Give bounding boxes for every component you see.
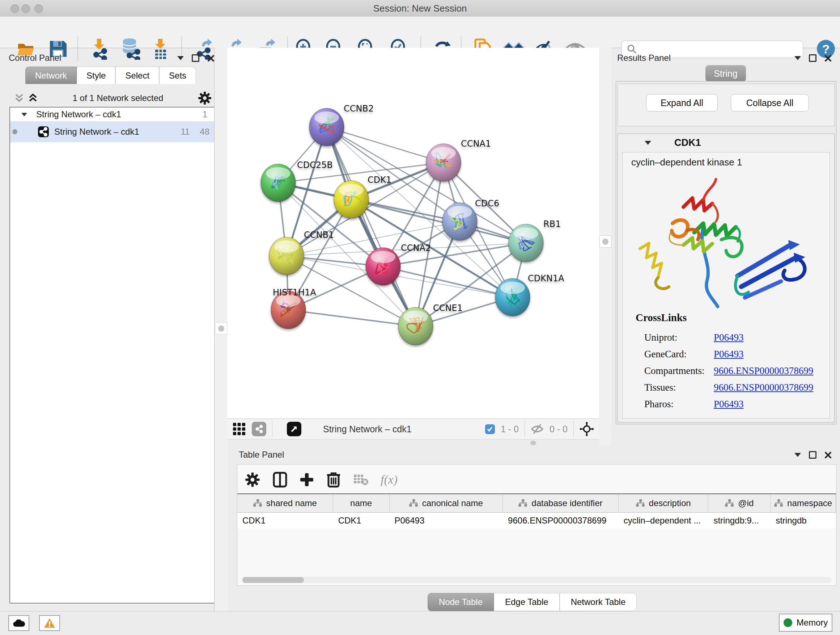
bottom-splitter-handle[interactable] — [531, 440, 536, 445]
panel-close-icon[interactable] — [824, 55, 832, 62]
tab-select[interactable]: Select — [115, 67, 159, 84]
column-header-name[interactable]: name — [333, 494, 390, 512]
tab-node-table[interactable]: Node Table — [428, 593, 494, 611]
column-header-canonical-name[interactable]: canonical name — [390, 494, 503, 512]
table-panel-tabs: Node TableEdge TableNetwork Table — [428, 593, 637, 611]
tab-edge-table[interactable]: Edge Table — [494, 593, 560, 611]
memory-button[interactable]: Memory — [779, 614, 832, 632]
table-cell[interactable]: P06493 — [389, 513, 503, 529]
network-edge-CCNB2-CCNE1[interactable] — [327, 127, 416, 326]
network-row-selected[interactable]: String Network – cdk1 11 48 — [10, 121, 215, 142]
tab-sets[interactable]: Sets — [159, 67, 196, 84]
selected-node-edge-counts: 1 - 0 — [501, 424, 519, 434]
table-cell[interactable]: CDK1 — [333, 513, 390, 529]
table-cell[interactable]: stringdb — [771, 513, 836, 529]
tab-network-table[interactable]: Network Table — [560, 593, 637, 611]
tab-network[interactable]: Network — [25, 67, 77, 84]
network-view-title: String Network – cdk1 — [323, 424, 479, 434]
scrollbar-thumb[interactable] — [242, 577, 304, 583]
control-panel-title: Control Panel — [9, 53, 61, 63]
collapse-all-button[interactable]: Collapse All — [731, 94, 809, 111]
network-node-CCNE1[interactable]: CCNE1 — [398, 303, 463, 345]
fit-content-crosshair-icon[interactable] — [579, 422, 594, 436]
table-cell[interactable]: stringdb:9... — [708, 513, 771, 529]
table-cell[interactable]: cyclin–dependent ... — [619, 513, 709, 529]
network-tree: String Network – cdk1 1 String Network –… — [9, 107, 215, 603]
network-node-CDKN1A[interactable]: CDKN1A — [495, 273, 564, 316]
tab-string[interactable]: String — [706, 65, 746, 82]
network-node-CCNB1[interactable]: CCNB1 — [269, 230, 334, 275]
network-edge-HIST1H1A-CCNE1[interactable] — [288, 310, 416, 326]
network-node-CCNA1[interactable]: CCNA1 — [426, 139, 491, 181]
import-table-file-icon[interactable] — [149, 37, 172, 60]
crosslink-label: Pharos: — [644, 399, 714, 410]
node-label: CCNE1 — [433, 303, 463, 313]
crosslink-link[interactable]: P06493 — [714, 332, 744, 343]
column-header-description[interactable]: description — [619, 494, 709, 512]
network-node-HIST1H1A[interactable]: HIST1H1A — [271, 287, 317, 329]
warnings-button[interactable] — [39, 615, 60, 631]
table-horizontal-scrollbar[interactable] — [242, 577, 831, 583]
network-edge-CCNA2-CDKN1A[interactable] — [383, 266, 513, 297]
table-cell[interactable]: CDK1 — [237, 513, 333, 529]
network-selection-bar: 1 of 1 Network selected — [9, 90, 216, 106]
grid-view-icon[interactable] — [232, 422, 246, 436]
crosslink-row: Pharos:P06493 — [622, 396, 829, 412]
panel-float-icon[interactable] — [809, 451, 816, 459]
selected-indicator-checkbox[interactable] — [485, 424, 495, 434]
panel-menu-icon[interactable] — [177, 56, 184, 60]
network-node-CCNB2[interactable]: CCNB2 — [309, 103, 374, 146]
panel-float-icon[interactable] — [192, 54, 199, 62]
right-splitter-handle[interactable] — [600, 235, 611, 248]
section-collapse-icon[interactable] — [645, 141, 651, 145]
crosslink-link[interactable]: P06493 — [714, 399, 744, 410]
panel-close-icon[interactable] — [207, 55, 215, 62]
panel-menu-icon[interactable] — [794, 56, 801, 60]
crosslink-link[interactable]: P06493 — [714, 348, 744, 360]
panel-float-icon[interactable] — [809, 54, 816, 62]
import-network-database-icon[interactable] — [119, 37, 142, 60]
crosslink-row: GeneCard:P06493 — [622, 346, 829, 363]
column-header-database-identifier[interactable]: database identifier — [503, 494, 619, 512]
left-splitter-handle[interactable] — [215, 322, 227, 334]
table-options-gear-icon[interactable] — [245, 472, 261, 488]
column-header-namespace[interactable]: namespace — [771, 494, 836, 512]
network-node-RB1[interactable]: RB1 — [508, 219, 561, 262]
network-canvas[interactable]: CCNB2CCNA1CDC25BCDK1CDC6RB1CCNB1CCNA2CDK… — [227, 48, 599, 418]
toolbar-separator — [573, 421, 574, 437]
function-builder-icon[interactable]: f(x) — [381, 473, 398, 486]
crosslink-link[interactable]: 9606.ENSP00000378699 — [714, 365, 813, 377]
control-panel-tabs: NetworkStyleSelectSets — [25, 67, 196, 84]
column-type-icon — [636, 499, 645, 507]
crosslink-link[interactable]: 9606.ENSP00000378699 — [714, 382, 813, 393]
table-cell[interactable]: 9606.ENSP00000378699 — [503, 513, 619, 529]
show-columns-icon[interactable] — [273, 472, 287, 488]
column-header-shared-name[interactable]: shared name — [237, 494, 333, 512]
expand-all-chevron-icon[interactable] — [27, 93, 38, 103]
panel-menu-icon[interactable] — [794, 453, 801, 457]
current-network-dot-icon — [12, 129, 17, 134]
network-edge-CCNB2-CCNA1[interactable] — [327, 127, 444, 163]
network-node-count: 11 — [180, 127, 189, 137]
network-view-string-icon[interactable] — [252, 422, 266, 436]
network-collection-row[interactable]: String Network – cdk1 1 — [10, 108, 215, 121]
table-row[interactable]: CDK1CDK1P064939606.ENSP00000378699cyclin… — [237, 513, 836, 529]
expand-all-button[interactable]: Expand All — [646, 94, 718, 111]
network-node-CDK1[interactable]: CDK1 — [334, 175, 392, 218]
column-header--id[interactable]: @id — [708, 494, 771, 512]
protein-section-header[interactable]: CDK1 — [618, 134, 834, 151]
delete-column-icon[interactable] — [326, 471, 341, 488]
network-options-gear-icon[interactable] — [197, 91, 212, 105]
import-network-file-icon[interactable] — [88, 37, 111, 60]
node-label: CCNA2 — [401, 243, 431, 253]
node-label: CDC6 — [475, 198, 499, 209]
tab-style[interactable]: Style — [77, 67, 115, 84]
detach-view-icon[interactable] — [287, 422, 302, 436]
collapse-all-chevron-icon[interactable] — [14, 93, 25, 103]
collection-expand-icon[interactable] — [21, 112, 27, 116]
delete-table-icon[interactable] — [353, 473, 368, 486]
panel-close-icon[interactable] — [824, 451, 832, 459]
cloud-status-button[interactable] — [8, 615, 29, 631]
network-node-CCNA2[interactable]: CCNA2 — [366, 243, 431, 285]
add-column-icon[interactable] — [300, 472, 314, 487]
